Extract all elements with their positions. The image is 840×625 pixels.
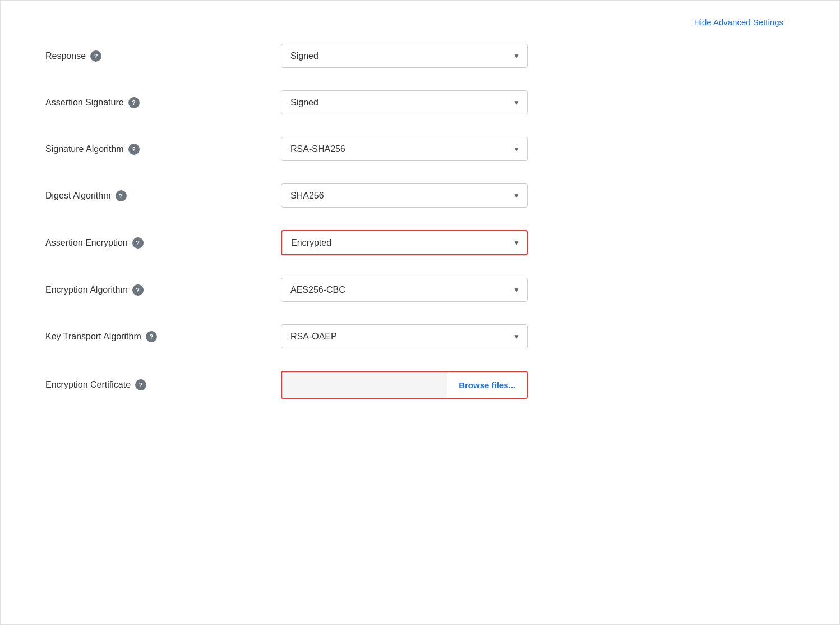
help-icon-encryption-algorithm[interactable]: ? [132,284,144,296]
select-wrapper-key-transport-algorithm: RSA-OAEP RSA-1_5 ▼ [281,324,528,348]
control-encryption-certificate: Browse files... [281,371,528,399]
form-row-signature-algorithm: Signature Algorithm ? RSA-SHA256 RSA-SHA… [45,137,817,161]
select-wrapper-assertion-encryption: Encrypted Unencrypted ▼ [281,230,528,255]
help-icon-assertion-encryption[interactable]: ? [132,237,144,249]
label-encryption-certificate: Encryption Certificate ? [45,379,281,390]
help-icon-signature-algorithm[interactable]: ? [128,144,140,155]
control-digest-algorithm: SHA256 SHA1 SHA384 SHA512 ▼ [281,183,528,208]
help-icon-response[interactable]: ? [90,50,101,62]
control-response: Signed Unsigned ▼ [281,44,528,68]
label-encryption-algorithm: Encryption Algorithm ? [45,284,281,296]
file-input-area[interactable] [282,372,447,398]
browse-files-button[interactable]: Browse files... [447,372,527,398]
control-signature-algorithm: RSA-SHA256 RSA-SHA1 RSA-SHA384 RSA-SHA51… [281,137,528,161]
select-assertion-encryption[interactable]: Encrypted Unencrypted [281,230,528,255]
form-row-assertion-signature: Assertion Signature ? Signed Unsigned ▼ [45,90,817,114]
select-wrapper-signature-algorithm: RSA-SHA256 RSA-SHA1 RSA-SHA384 RSA-SHA51… [281,137,528,161]
select-signature-algorithm[interactable]: RSA-SHA256 RSA-SHA1 RSA-SHA384 RSA-SHA51… [281,137,528,161]
select-digest-algorithm[interactable]: SHA256 SHA1 SHA384 SHA512 [281,183,528,208]
help-icon-key-transport-algorithm[interactable]: ? [146,331,157,342]
select-response[interactable]: Signed Unsigned [281,44,528,68]
label-signature-algorithm: Signature Algorithm ? [45,144,281,155]
help-icon-encryption-certificate[interactable]: ? [135,379,146,390]
help-icon-assertion-signature[interactable]: ? [128,97,140,108]
page-container: Hide Advanced Settings Response ? Signed… [0,0,840,625]
select-wrapper-encryption-algorithm: AES256-CBC AES128-CBC AES256-GCM AES128-… [281,278,528,302]
select-assertion-signature[interactable]: Signed Unsigned [281,90,528,114]
label-digest-algorithm: Digest Algorithm ? [45,190,281,201]
select-wrapper-assertion-signature: Signed Unsigned ▼ [281,90,528,114]
label-assertion-signature: Assertion Signature ? [45,97,281,108]
form-row-response: Response ? Signed Unsigned ▼ [45,44,817,68]
form-section: Response ? Signed Unsigned ▼ Assertion S… [23,44,817,399]
control-assertion-signature: Signed Unsigned ▼ [281,90,528,114]
control-key-transport-algorithm: RSA-OAEP RSA-1_5 ▼ [281,324,528,348]
select-wrapper-response: Signed Unsigned ▼ [281,44,528,68]
form-row-encryption-certificate: Encryption Certificate ? Browse files... [45,371,817,399]
help-icon-digest-algorithm[interactable]: ? [116,190,127,201]
form-row-key-transport-algorithm: Key Transport Algorithm ? RSA-OAEP RSA-1… [45,324,817,348]
select-key-transport-algorithm[interactable]: RSA-OAEP RSA-1_5 [281,324,528,348]
control-encryption-algorithm: AES256-CBC AES128-CBC AES256-GCM AES128-… [281,278,528,302]
form-row-encryption-algorithm: Encryption Algorithm ? AES256-CBC AES128… [45,278,817,302]
control-assertion-encryption: Encrypted Unencrypted ▼ [281,230,528,255]
form-row-digest-algorithm: Digest Algorithm ? SHA256 SHA1 SHA384 SH… [45,183,817,208]
label-key-transport-algorithm: Key Transport Algorithm ? [45,331,281,342]
label-response: Response ? [45,50,281,62]
select-wrapper-digest-algorithm: SHA256 SHA1 SHA384 SHA512 ▼ [281,183,528,208]
select-encryption-algorithm[interactable]: AES256-CBC AES128-CBC AES256-GCM AES128-… [281,278,528,302]
label-assertion-encryption: Assertion Encryption ? [45,237,281,249]
form-row-assertion-encryption: Assertion Encryption ? Encrypted Unencry… [45,230,817,255]
file-upload-wrapper: Browse files... [281,371,528,399]
hide-advanced-settings-link[interactable]: Hide Advanced Settings [23,12,817,33]
